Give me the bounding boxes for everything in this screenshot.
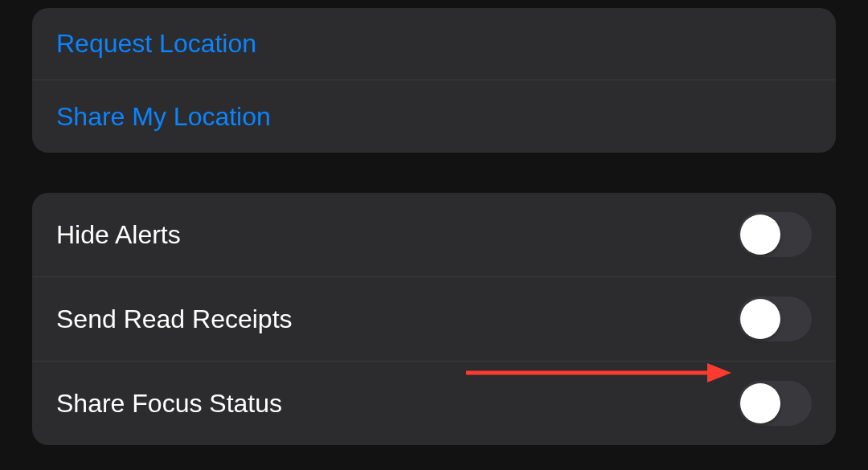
- hide-alerts-label: Hide Alerts: [56, 220, 181, 250]
- share-focus-status-toggle[interactable]: [738, 381, 812, 426]
- toggle-knob: [740, 299, 780, 339]
- send-read-receipts-toggle[interactable]: [738, 296, 812, 341]
- share-my-location-label: Share My Location: [56, 102, 271, 132]
- location-section: Request Location Share My Location: [32, 8, 836, 153]
- toggle-knob: [740, 383, 780, 423]
- hide-alerts-toggle[interactable]: [738, 212, 812, 257]
- settings-section: Hide Alerts Send Read Receipts Share Foc…: [32, 193, 836, 445]
- hide-alerts-row: Hide Alerts: [32, 193, 836, 277]
- request-location-label: Request Location: [56, 29, 256, 59]
- toggle-knob: [740, 215, 780, 255]
- share-focus-status-label: Share Focus Status: [56, 389, 282, 419]
- send-read-receipts-row: Send Read Receipts: [32, 277, 836, 362]
- request-location-row[interactable]: Request Location: [32, 8, 836, 80]
- share-focus-status-row: Share Focus Status: [32, 362, 836, 445]
- share-my-location-row[interactable]: Share My Location: [32, 80, 836, 153]
- send-read-receipts-label: Send Read Receipts: [56, 304, 293, 334]
